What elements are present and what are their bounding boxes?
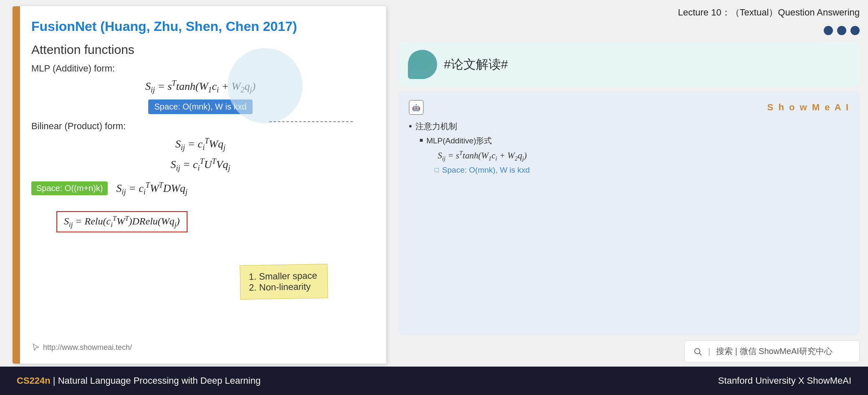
svg-point-1 xyxy=(409,64,422,74)
footer-cs-label: CS224n xyxy=(17,375,51,386)
mlp-formula-block: Sij = sTtanh(W1ci + W2qj) xyxy=(31,79,369,94)
note-line2: 2. Non-linearity xyxy=(249,281,319,293)
annotation-space: Space: O(mnk), W is kxd xyxy=(426,166,530,175)
dots-navigation xyxy=(399,26,860,35)
svg-line-3 xyxy=(699,353,701,355)
annotation-list: 注意力机制 MLP(Additive)形式 Sij = sTtanh(W1ci … xyxy=(409,121,850,178)
annotation-header: 🤖 S h o w M e A I xyxy=(409,100,850,115)
slide-panel: FusionNet (Huang, Zhu, Shen, Chen 2017) … xyxy=(13,6,386,364)
bilinear-f1-block: Sij = ciTWqj xyxy=(31,137,369,152)
annotation-item-1: 注意力机制 MLP(Additive)形式 Sij = sTtanh(W1ci … xyxy=(409,121,850,178)
mlp-space-row: Space: O(mnk), W is kxd xyxy=(31,99,369,114)
footer-right: Stanford University X ShowMeAI xyxy=(718,375,851,386)
space-f3-row: Space: O((m+n)k) Sij = ciTWTDWqj xyxy=(31,178,369,200)
url-line: http://www.showmeai.tech/ xyxy=(31,343,132,352)
nav-dot-3[interactable] xyxy=(850,26,860,35)
wechat-logo-icon xyxy=(408,50,433,75)
wechat-card: #论文解读# xyxy=(399,42,860,87)
main-container: FusionNet (Huang, Zhu, Shen, Chen 2017) … xyxy=(0,0,868,395)
url-text: http://www.showmeai.tech/ xyxy=(43,343,132,352)
blue-circle-decoration xyxy=(228,48,303,123)
attention-label: 注意力机制 xyxy=(415,122,457,131)
annotation-formula: Sij = sTtanh(W1ci + W2qj) xyxy=(426,150,530,162)
sub-mlp-label: MLP(Additive)形式 xyxy=(426,136,492,145)
footer-course-name: | Natural Language Processing with Deep … xyxy=(51,375,261,386)
sub-list: MLP(Additive)形式 Sij = sTtanh(W1ci + W2qj… xyxy=(420,135,530,175)
bottom-formula-box: Sij = Relu(ciTWT)DRelu(Wqj) xyxy=(56,211,187,232)
search-divider: | xyxy=(708,347,710,356)
bilinear-f2-block: Sij = ciTUTVqj xyxy=(31,157,369,173)
nav-dot-2[interactable] xyxy=(837,26,846,35)
sub-item-mlp: MLP(Additive)形式 Sij = sTtanh(W1ci + W2qj… xyxy=(420,135,530,175)
slide-title: FusionNet (Huang, Zhu, Shen, Chen 2017) xyxy=(31,19,369,34)
cursor-icon xyxy=(31,343,40,352)
ai-icon: 🤖 xyxy=(409,100,424,115)
bilinear-label: Bilinear (Product) form: xyxy=(31,121,369,132)
wechat-icon xyxy=(408,50,437,79)
footer-left: CS224n | Natural Language Processing wit… xyxy=(17,375,261,386)
lecture-title: Lecture 10：（Textual）Question Answering xyxy=(399,4,860,21)
bottom-formula: Sij = Relu(ciTWT)DRelu(Wqj) xyxy=(64,216,180,227)
nav-dot-1[interactable] xyxy=(824,26,833,35)
bilinear-section: Bilinear (Product) form: Sij = ciTWqj Si… xyxy=(31,121,369,200)
svg-point-2 xyxy=(695,348,700,354)
bottom-formula-area: Sij = Relu(ciTWT)DRelu(Wqj) xyxy=(56,208,369,232)
right-panel: Lecture 10：（Textual）Question Answering #… xyxy=(395,0,868,367)
wechat-tag: #论文解读# xyxy=(444,56,508,73)
search-icon xyxy=(693,347,702,356)
note-line1: 1. Smaller space xyxy=(249,270,319,283)
bilinear-f2: Sij = ciTUTVqj xyxy=(31,157,369,173)
mlp-formula: Sij = sTtanh(W1ci + W2qj) xyxy=(31,79,369,94)
footer: CS224n | Natural Language Processing wit… xyxy=(0,367,868,395)
bilinear-f3: Sij = ciTWTDWqj xyxy=(116,181,187,196)
yellow-note: 1. Smaller space 2. Non-linearity xyxy=(240,264,328,300)
content-area: FusionNet (Huang, Zhu, Shen, Chen 2017) … xyxy=(0,0,868,367)
bilinear-space-badge: Space: O((m+n)k) xyxy=(31,181,108,195)
search-text: 搜索 | 微信 ShowMeAI研究中心 xyxy=(716,346,833,357)
bilinear-f1: Sij = ciTWqj xyxy=(31,137,369,152)
mlp-label: MLP (Additive) form: xyxy=(31,63,369,74)
annotation-box: 🤖 S h o w M e A I 注意力机制 ML xyxy=(399,92,860,335)
slide-content: FusionNet (Huang, Zhu, Shen, Chen 2017) … xyxy=(13,6,386,364)
search-bar[interactable]: | 搜索 | 微信 ShowMeAI研究中心 xyxy=(684,340,860,362)
slide-subtitle: Attention functions xyxy=(31,43,369,57)
showmeai-brand: S h o w M e A I xyxy=(767,102,850,113)
dashed-connector xyxy=(269,121,353,122)
